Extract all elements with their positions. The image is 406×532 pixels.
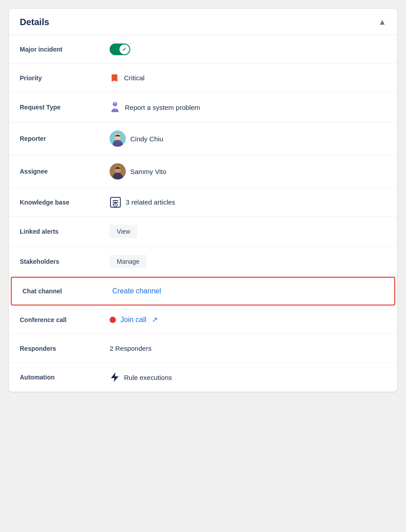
value-knowledge-base: 3 related articles bbox=[110, 196, 175, 208]
automation-value: Rule executions bbox=[124, 374, 172, 381]
request-type-icon bbox=[110, 100, 120, 114]
value-major-incident: ✓ bbox=[110, 44, 130, 55]
row-responders: Responders2 Responders bbox=[9, 334, 397, 363]
value-conference-call: Join call↗︎ bbox=[110, 315, 158, 324]
value-linked-alerts: View bbox=[110, 225, 137, 238]
label-priority: Priority bbox=[20, 74, 110, 82]
label-reporter: Reporter bbox=[20, 135, 110, 142]
row-conference-call: Conference callJoin call↗︎ bbox=[9, 305, 397, 334]
join-call-link[interactable]: Join call bbox=[120, 316, 146, 324]
value-automation: Rule executions bbox=[110, 372, 172, 383]
toggle-knob: ✓ bbox=[119, 44, 129, 54]
avatar-sammy bbox=[110, 163, 126, 179]
value-chat-channel: Create channel bbox=[112, 287, 161, 295]
value-stakeholders: Manage bbox=[110, 255, 147, 268]
cindy-name: Cindy Chiu bbox=[130, 135, 163, 143]
row-chat-channel: Chat channelCreate channel bbox=[11, 277, 395, 305]
major-incident-toggle[interactable]: ✓ bbox=[110, 44, 130, 55]
collapse-icon[interactable]: ▲ bbox=[378, 17, 386, 27]
label-knowledge-base: Knowledge base bbox=[20, 199, 110, 206]
row-priority: PriorityCritical bbox=[9, 64, 397, 92]
label-linked-alerts: Linked alerts bbox=[20, 228, 110, 235]
row-stakeholders: StakeholdersManage bbox=[9, 247, 397, 277]
toggle-check-icon: ✓ bbox=[122, 46, 127, 52]
linked-alerts-button[interactable]: View bbox=[110, 225, 137, 238]
row-request-type: Request Type Report a system problem bbox=[9, 92, 397, 122]
value-priority: Critical bbox=[110, 73, 145, 83]
label-stakeholders: Stakeholders bbox=[20, 258, 110, 265]
knowledge-base-value: 3 related articles bbox=[126, 198, 175, 206]
row-major-incident: Major incident✓ bbox=[9, 35, 397, 64]
label-request-type: Request Type bbox=[20, 104, 110, 111]
value-request-type: Report a system problem bbox=[110, 100, 200, 114]
value-assignee: Sammy Vito bbox=[110, 163, 167, 179]
label-assignee: Assignee bbox=[20, 168, 110, 175]
create-channel-link[interactable]: Create channel bbox=[112, 287, 161, 295]
responders-value: 2 Responders bbox=[110, 344, 151, 352]
knowledge-base-icon bbox=[110, 196, 121, 208]
label-chat-channel: Chat channel bbox=[22, 288, 112, 295]
label-conference-call: Conference call bbox=[20, 316, 110, 323]
stakeholders-button[interactable]: Manage bbox=[110, 255, 147, 268]
request-type-value: Report a system problem bbox=[125, 104, 200, 111]
conference-active-dot bbox=[110, 317, 116, 323]
svg-point-5 bbox=[115, 134, 121, 140]
label-major-incident: Major incident bbox=[20, 46, 110, 53]
label-automation: Automation bbox=[20, 374, 110, 381]
priority-critical-icon bbox=[110, 73, 119, 83]
svg-point-1 bbox=[114, 102, 116, 104]
priority-value: Critical bbox=[124, 74, 145, 82]
panel-title: Details bbox=[20, 17, 49, 27]
value-reporter: Cindy Chiu bbox=[110, 131, 163, 147]
value-responders: 2 Responders bbox=[110, 344, 151, 352]
row-knowledge-base: Knowledge base 3 related articles bbox=[9, 188, 397, 217]
details-panel: Details ▲ Major incident✓PriorityCritica… bbox=[9, 9, 397, 392]
svg-point-16 bbox=[115, 205, 116, 206]
automation-bolt-icon bbox=[110, 372, 119, 383]
label-responders: Responders bbox=[20, 345, 110, 352]
sammy-name: Sammy Vito bbox=[130, 168, 167, 175]
row-automation: AutomationRule executions bbox=[9, 363, 397, 392]
row-linked-alerts: Linked alertsView bbox=[9, 217, 397, 247]
panel-header: Details ▲ bbox=[9, 9, 397, 35]
row-assignee: Assignee Sammy Vito bbox=[9, 155, 397, 188]
row-reporter: Reporter Cindy Chiu bbox=[9, 122, 397, 155]
panel-body: Major incident✓PriorityCriticalRequest T… bbox=[9, 35, 397, 392]
external-link-icon: ↗︎ bbox=[152, 315, 158, 324]
avatar-cindy bbox=[110, 131, 126, 147]
